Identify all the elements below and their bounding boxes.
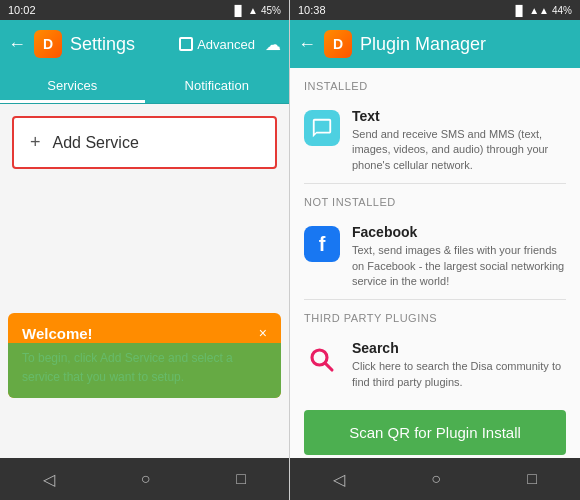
search-plugin-icon xyxy=(304,342,340,378)
right-home-nav[interactable]: ○ xyxy=(431,470,441,488)
toast-title: Welcome! xyxy=(22,325,93,342)
left-content: + Add Service Welcome! × To begin, click… xyxy=(0,104,289,458)
text-plugin-name: Text xyxy=(352,108,566,124)
right-top-bar: ← D Plugin Manager xyxy=(290,20,580,68)
r-signal-icon: ▐▌ xyxy=(512,5,526,16)
tabs: Services Notification xyxy=(0,68,289,104)
right-title: Plugin Manager xyxy=(360,34,486,55)
signal-icon: ▐▌ xyxy=(231,5,245,16)
welcome-toast: Welcome! × To begin, click Add Service a… xyxy=(8,313,281,398)
svg-line-1 xyxy=(325,363,332,370)
advanced-button[interactable]: Advanced xyxy=(179,37,255,52)
right-panel: 10:38 ▐▌ ▲▲ 44% ← D Plugin Manager INSTA… xyxy=(290,0,580,500)
section-not-installed-label: NOT INSTALLED xyxy=(290,184,580,214)
text-plugin-desc: Send and receive SMS and MMS (text, imag… xyxy=(352,127,566,173)
left-title: Settings xyxy=(70,34,171,55)
left-status-right: ▐▌ ▲ 45% xyxy=(231,5,281,16)
left-panel: 10:02 ▐▌ ▲ 45% ← D Settings Advanced ☁ S… xyxy=(0,0,290,500)
advanced-label: Advanced xyxy=(197,37,255,52)
toast-green-bar xyxy=(8,343,281,398)
left-recent-nav[interactable]: □ xyxy=(236,470,246,488)
left-home-nav[interactable]: ○ xyxy=(141,470,151,488)
scan-qr-button[interactable]: Scan QR for Plugin Install xyxy=(304,410,566,455)
plugin-text[interactable]: Text Send and receive SMS and MMS (text,… xyxy=(290,98,580,183)
search-plugin-desc: Click here to search the Disa community … xyxy=(352,359,566,390)
left-nav-bar: ◁ ○ □ xyxy=(0,458,289,500)
facebook-plugin-name: Facebook xyxy=(352,224,566,240)
right-content: INSTALLED Text Send and receive SMS and … xyxy=(290,68,580,458)
checkbox-icon xyxy=(179,37,193,51)
search-plugin-info: Search Click here to search the Disa com… xyxy=(352,340,566,390)
section-third-party-label: THIRD PARTY PLUGINS xyxy=(290,300,580,330)
tab-notifications[interactable]: Notification xyxy=(145,68,290,103)
left-status-bar: 10:02 ▐▌ ▲ 45% xyxy=(0,0,289,20)
left-back-nav[interactable]: ◁ xyxy=(43,470,55,489)
wifi-icon: ▲ xyxy=(248,5,258,16)
text-plugin-info: Text Send and receive SMS and MMS (text,… xyxy=(352,108,566,173)
right-app-logo: D xyxy=(324,30,352,58)
search-plugin-name: Search xyxy=(352,340,566,356)
r-battery-text: 44% xyxy=(552,5,572,16)
plugin-search[interactable]: Search Click here to search the Disa com… xyxy=(290,330,580,400)
plugin-facebook[interactable]: f Facebook Text, send images & files wit… xyxy=(290,214,580,299)
cloud-icon[interactable]: ☁ xyxy=(265,35,281,54)
top-bar-actions: Advanced ☁ xyxy=(179,35,281,54)
left-time: 10:02 xyxy=(8,4,36,16)
facebook-plugin-desc: Text, send images & files with your frie… xyxy=(352,243,566,289)
section-installed-label: INSTALLED xyxy=(290,68,580,98)
text-plugin-icon xyxy=(304,110,340,146)
chat-icon xyxy=(311,117,333,139)
right-back-button[interactable]: ← xyxy=(298,34,316,55)
right-status-right: ▐▌ ▲▲ 44% xyxy=(512,5,572,16)
battery-text: 45% xyxy=(261,5,281,16)
add-service-label: Add Service xyxy=(53,134,139,152)
left-back-button[interactable]: ← xyxy=(8,34,26,55)
toast-header: Welcome! × xyxy=(22,325,267,342)
facebook-plugin-icon: f xyxy=(304,226,340,262)
left-top-bar: ← D Settings Advanced ☁ xyxy=(0,20,289,68)
r-wifi-icon: ▲▲ xyxy=(529,5,549,16)
plus-icon: + xyxy=(30,132,41,153)
right-time: 10:38 xyxy=(298,4,326,16)
facebook-plugin-info: Facebook Text, send images & files with … xyxy=(352,224,566,289)
right-nav-bar: ◁ ○ □ xyxy=(290,458,580,500)
right-recent-nav[interactable]: □ xyxy=(527,470,537,488)
toast-close-button[interactable]: × xyxy=(259,325,267,341)
add-service-button[interactable]: + Add Service xyxy=(12,116,277,169)
right-status-bar: 10:38 ▐▌ ▲▲ 44% xyxy=(290,0,580,20)
tab-services[interactable]: Services xyxy=(0,68,145,103)
right-back-nav[interactable]: ◁ xyxy=(333,470,345,489)
left-app-logo: D xyxy=(34,30,62,58)
search-icon xyxy=(307,345,337,375)
